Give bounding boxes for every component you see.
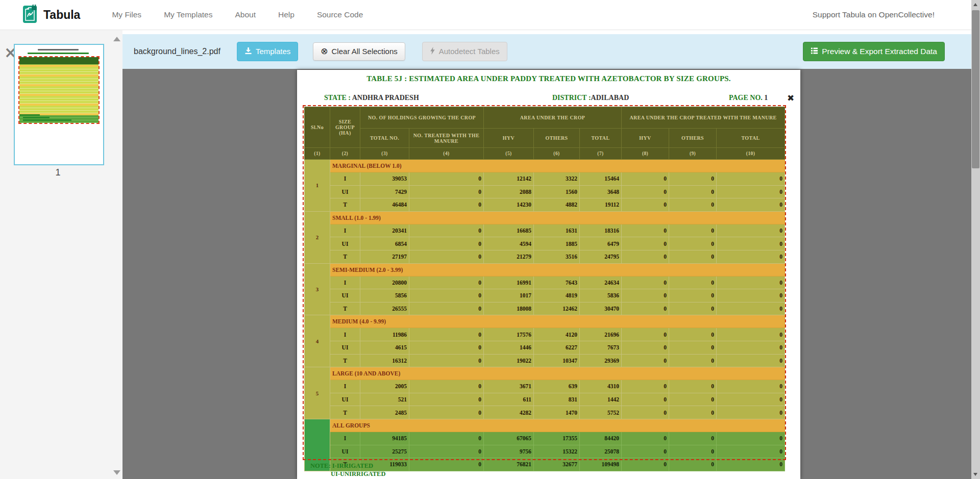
toolbar-container: background_lines_2.pdf Templates ⊗ Clear… xyxy=(122,30,971,69)
support-link[interactable]: Support Tabula on OpenCollective! xyxy=(813,10,935,19)
brand-title[interactable]: Tabula xyxy=(43,8,80,22)
page-no-value: 1 xyxy=(764,94,768,102)
save-template-icon xyxy=(244,47,252,57)
scrollbar-up-icon[interactable] xyxy=(971,0,980,9)
autodetect-tables-label: Autodetect Tables xyxy=(439,47,500,56)
note-line-1: NOTE: I-IRRIGATED xyxy=(310,462,385,470)
pdf-page[interactable]: TABLE 5J : ESTIMATED AREA UNDER PADDY TR… xyxy=(297,70,800,479)
toolbar: background_lines_2.pdf Templates ⊗ Clear… xyxy=(122,34,971,69)
thumbnail-subtitle-line xyxy=(28,53,89,54)
selection-close-icon[interactable]: ✖ xyxy=(787,93,794,103)
district-field: DISTRICT :ADILABAD xyxy=(552,94,629,102)
sidebar-scroll-up-icon[interactable] xyxy=(113,37,120,41)
scrollbar-down-icon[interactable] xyxy=(971,470,980,479)
nav-item-my-files[interactable]: My Files xyxy=(112,10,141,19)
clear-all-selections-label: Clear All Selections xyxy=(332,47,398,56)
table-selection-box[interactable] xyxy=(303,105,786,460)
page-thumbnail[interactable] xyxy=(14,44,104,165)
tabula-logo-icon[interactable] xyxy=(23,5,38,25)
templates-button[interactable]: Templates xyxy=(237,42,298,62)
clear-all-selections-button[interactable]: ⊗ Clear All Selections xyxy=(313,42,405,61)
thumbnail-note-line xyxy=(19,114,40,116)
state-value: ANDHRA PRADESH xyxy=(352,94,419,102)
nav-item-source-code[interactable]: Source Code xyxy=(317,10,363,19)
sidebar-scroll-down-icon[interactable] xyxy=(113,470,120,475)
state-field: STATE : ANDHRA PRADESH xyxy=(324,94,419,102)
nav-item-my-templates[interactable]: My Templates xyxy=(164,10,212,19)
top-navbar: Tabula My Files My Templates About Help … xyxy=(0,0,971,30)
nav-item-about[interactable]: About xyxy=(235,10,256,19)
page-thumbnail-sidebar: × 1 xyxy=(0,30,122,479)
scrollbar-thumb[interactable] xyxy=(972,10,979,168)
thumbnail-page-number: 1 xyxy=(14,167,102,178)
thumbnail-note-line xyxy=(23,117,50,118)
remove-circle-icon: ⊗ xyxy=(321,47,328,55)
page-no-field: PAGE NO. 1 xyxy=(729,94,768,102)
preview-export-label: Preview & Export Extracted Data xyxy=(822,47,937,56)
autodetect-tables-button[interactable]: Autodetect Tables xyxy=(422,42,507,62)
state-label: STATE : xyxy=(324,94,351,102)
document-filename: background_lines_2.pdf xyxy=(134,47,220,56)
lightning-bolt-icon xyxy=(430,47,435,57)
district-label: DISTRICT : xyxy=(552,94,591,102)
thumbnail-mini-table xyxy=(19,57,99,123)
window-scrollbar[interactable] xyxy=(971,0,980,479)
document-viewer: TABLE 5J : ESTIMATED AREA UNDER PADDY TR… xyxy=(122,69,971,479)
pdf-table-region: Sl.No SIZE GROUP (HA) NO. OF HOLDINGS GR… xyxy=(304,107,785,471)
list-table-icon xyxy=(811,47,818,56)
thumbnail-title-line xyxy=(38,49,79,51)
nav-links: My Files My Templates About Help Source … xyxy=(112,10,363,19)
thumbnail-table-header xyxy=(19,57,99,65)
preview-export-button[interactable]: Preview & Export Extracted Data xyxy=(803,42,945,61)
pdf-table-title: TABLE 5J : ESTIMATED AREA UNDER PADDY TR… xyxy=(297,74,800,83)
pdf-note: NOTE: I-IRRIGATED UI-UNIRRIGATED xyxy=(310,462,385,478)
templates-button-label: Templates xyxy=(256,47,290,56)
note-line-2: UI-UNIRRIGATED xyxy=(331,470,385,478)
thumbnail-note-line xyxy=(23,119,71,121)
nav-item-help[interactable]: Help xyxy=(278,10,295,19)
district-value: ADILABAD xyxy=(591,94,629,102)
page-no-label: PAGE NO. xyxy=(729,94,763,102)
thumbnail-data-row xyxy=(19,120,99,123)
